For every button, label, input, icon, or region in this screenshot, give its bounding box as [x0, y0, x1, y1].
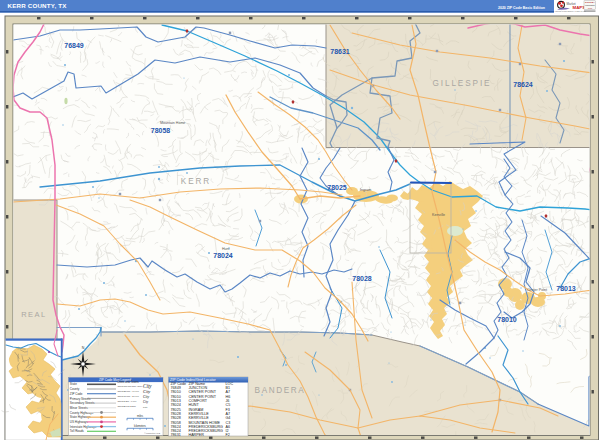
svg-text:City: City — [143, 389, 150, 394]
svg-text:78025: 78025 — [327, 184, 347, 191]
svg-text:State: State — [70, 382, 77, 386]
svg-text:Center Point: Center Point — [527, 288, 547, 292]
svg-text:ZIP Code: ZIP Code — [70, 392, 83, 396]
svg-text:City: City — [143, 400, 149, 404]
svg-text:America´s Map Source • 1 800 M: America´s Map Source • 1 800 MAPS — [554, 10, 586, 12]
svg-text:©MarketMAPS: ©MarketMAPS — [144, 432, 160, 435]
svg-text:F2: F2 — [226, 433, 230, 437]
svg-text:BANDERA: BANDERA — [255, 386, 306, 395]
svg-text:City: City — [143, 395, 150, 399]
svg-text:Hunt: Hunt — [222, 247, 230, 251]
svg-text:HARPER: HARPER — [189, 433, 205, 437]
svg-text:78631: 78631 — [330, 48, 350, 55]
svg-text:78013: 78013 — [556, 285, 576, 292]
svg-text:78058: 78058 — [151, 127, 171, 134]
svg-text:Minor Streets: Minor Streets — [70, 406, 88, 410]
svg-text:.com: .com — [587, 7, 592, 9]
svg-text:GILLESPIE: GILLESPIE — [433, 79, 492, 88]
svg-text:MAPS: MAPS — [573, 5, 586, 10]
svg-text:kilometers: kilometers — [134, 424, 147, 428]
svg-text:Toll Roads: Toll Roads — [70, 429, 85, 433]
svg-text:miles: miles — [137, 414, 144, 418]
svg-text:KERR COUNTY, TX: KERR COUNTY, TX — [8, 2, 68, 9]
svg-text:Ingram: Ingram — [360, 188, 371, 192]
svg-text:78028: 78028 — [352, 275, 372, 282]
svg-text:78024: 78024 — [213, 252, 233, 259]
svg-text:2020 ZIP Code Basic Edition: 2020 ZIP Code Basic Edition — [498, 6, 545, 10]
svg-text:REAL: REAL — [21, 310, 47, 319]
svg-text:Cities and Towns: Cities and Towns — [117, 380, 139, 384]
svg-text:Kerrville: Kerrville — [432, 213, 445, 217]
svg-text:N: N — [82, 346, 85, 350]
svg-text:76849: 76849 — [64, 42, 84, 49]
svg-text:County: County — [70, 387, 80, 391]
svg-text:78010: 78010 — [497, 316, 517, 323]
svg-text:Mountain Home: Mountain Home — [160, 121, 185, 125]
svg-text:78624: 78624 — [513, 81, 533, 88]
svg-text:KERR: KERR — [181, 177, 211, 186]
svg-text:78631: 78631 — [171, 433, 181, 437]
svg-text:US Highways: US Highways — [70, 420, 89, 424]
